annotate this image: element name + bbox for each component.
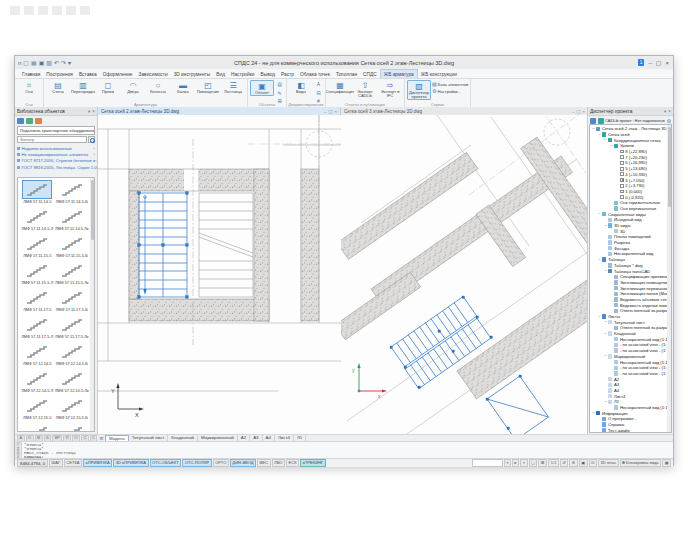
close-button[interactable]: × [665,60,669,66]
library-filter-icon[interactable] [26,118,33,124]
viewport-tab-left[interactable]: Сетка осей 2 этаж-Лестницы 3D.dwg – ▢ × [98,107,341,115]
export-cadlib-button[interactable]: ⇧ Экспорт CADLib [353,80,377,98]
library-item[interactable]: ЛМФ 57.11.15-5-Лк [55,261,90,288]
ribbon-tab[interactable]: Топоплан [333,70,360,78]
status-toggle[interactable]: оПРИВЯЗКА [83,459,112,467]
tree-checkbox[interactable] [620,184,624,188]
library-link[interactable]: ГОСТ 8717-2016, Ступени бетонные и ж/б › [15,158,97,164]
ribbon-tab[interactable]: СПДС [360,70,380,78]
library-item[interactable]: ЛМФ 57.12.15-5 [20,396,55,423]
ribbon-tab[interactable]: Растр [278,70,297,78]
save-icon[interactable]: ▣ [39,60,45,66]
doc-tool-icon[interactable]: ⊟ [314,90,323,98]
library-settings-icon[interactable] [35,118,42,124]
vp-close-icon[interactable]: × [334,109,337,114]
tree-checkbox[interactable] [620,190,624,194]
status-toggle[interactable]: оТРЕКИНГ [300,459,326,467]
tree-checkbox[interactable] [620,150,624,154]
vp-minimize-icon[interactable]: – [572,109,574,114]
object-button[interactable]: ▣ Объект [250,80,274,96]
ribbon-tab[interactable]: Оформление [100,70,136,78]
ribbon-tab[interactable]: 3D инструменты [171,70,214,78]
door-button[interactable]: ◠ Дверь [121,80,145,94]
export-ifc-button[interactable]: ⇨ Экспорт в IFC [378,80,402,98]
tree-checkbox[interactable] [620,155,624,159]
project-manager-button[interactable]: ▧ Диспетчер проекта [407,80,431,100]
status-chip[interactable]: ↺ [560,459,568,467]
ribbon-tab[interactable]: Вставка [76,70,100,78]
library-item[interactable]: ЛМФ 57.12.14-5-Б [55,342,90,369]
status-chip[interactable]: ▦ [662,459,671,467]
partition-button[interactable]: ▥ Перегородка [71,80,95,94]
plan-drawing-left[interactable]: Y X [98,115,341,434]
search-input[interactable] [17,136,87,143]
pin-icon[interactable]: ▾ [664,109,666,114]
library-link[interactable]: ГОСТ 9818-2015, Лестницы. Серия 1.050.9 … [15,164,97,170]
ribbon-tab[interactable]: Главная [19,70,43,78]
panel-close-icon[interactable]: × [92,109,95,114]
library-item[interactable]: ЛМФ 57.11.14-5-Б [55,180,90,207]
status-chip[interactable]: ⊡ [589,459,597,467]
element-base-button[interactable]: ▨ База элементов [432,81,468,87]
status-toggle[interactable]: ЛВО [272,459,285,467]
tree-checkbox[interactable] [620,178,624,182]
status-toggle[interactable]: ВЕС [257,459,270,467]
ribbon-tab[interactable]: ЖБ конструкции [418,70,460,78]
library-item[interactable]: ЛМФ 57.11.15-5-Л [20,261,55,288]
cadlib-icon[interactable] [598,118,604,124]
gear-icon[interactable]: ⚙ [667,118,671,124]
status-chip[interactable]: Блокировка вида [620,459,662,467]
qat-menu-icon[interactable]: ▾ [68,60,71,66]
app-logo-icon[interactable]: n [18,60,21,66]
library-item[interactable]: ЛМФ 57.11.14-5-Лк [55,207,90,234]
stairs-button[interactable]: ☰ Лестница [221,80,245,94]
ribbon-tab[interactable]: Вид [213,70,228,78]
object-tool-icon[interactable]: ▤ [275,81,284,89]
status-toggle[interactable]: ЕСК [286,459,299,467]
object-tool-icon[interactable]: ✎ [275,90,284,98]
viewport-right[interactable]: x y [341,115,589,434]
undo-icon[interactable]: ↶ [54,60,59,66]
library-item[interactable]: ЛМФ 57.12.15-5-Лк [55,423,90,432]
ribbon-tab[interactable]: Построения [43,70,76,78]
library-item[interactable]: ЛМФ 57.11.15-5 [20,234,55,261]
opening-button[interactable]: ◻ Проем [96,80,120,94]
status-chip[interactable]: 3D план [598,459,619,467]
library-item[interactable]: ЛМФ 57.11.17-5 [20,288,55,315]
library-views-icon[interactable] [17,118,24,124]
status-toggle[interactable]: ОРТО [213,459,229,467]
library-item[interactable]: ЛМФ 57.11.14-5 [20,180,55,207]
tree-scrollbar[interactable] [667,125,671,432]
beam-button[interactable]: ▬ Балка [171,80,195,94]
room-button[interactable]: ◰ Помещение [196,80,220,94]
status-chip[interactable]: 1:1 [548,459,559,467]
views-button[interactable]: ◧ Виды [289,80,313,94]
library-item[interactable]: ЛМФ 57.11.17-5-Лк [55,315,90,342]
status-chip[interactable]: ⊕ [569,459,577,467]
ribbon-tab[interactable]: Настройки [228,70,258,78]
library-item[interactable]: ЛМФ 57.12.14-5 [20,342,55,369]
tree-checkbox[interactable] [620,195,624,199]
library-scrollbar[interactable] [90,178,94,431]
ribbon-tab[interactable]: Облака точек [297,70,333,78]
wall-button[interactable]: ▤ Стена [46,80,70,94]
search-icon[interactable] [88,136,95,143]
status-chip[interactable]: ▣ [579,459,588,467]
ribbon-tab[interactable]: ЖБ арматура [380,69,418,78]
status-chip[interactable]: ▸ [512,459,519,467]
open-file-icon[interactable]: ▤ [31,60,37,66]
specification-button[interactable]: ▦ Спецификация [328,80,352,94]
project-icon[interactable] [590,118,596,124]
minimize-button[interactable]: – [648,60,651,66]
vp-maximize-icon[interactable]: ▢ [576,109,580,114]
doc-tool-icon[interactable]: A [314,81,323,89]
column-button[interactable]: ○ Колонна [146,80,170,94]
print-icon[interactable]: ▥ [46,60,52,66]
status-chip[interactable]: ☰ [538,459,547,467]
vp-maximize-icon[interactable]: ▢ [328,109,332,114]
command-history[interactable]: *Отмена**Отмена*MBCS_STACK - Лестница Ко… [22,442,673,458]
viewport-left[interactable]: Y X [98,115,341,434]
status-toggle[interactable]: ДИН-ВВОД [230,459,256,467]
library-item[interactable]: ЛМФ 57.12.14-5-Л [20,369,55,396]
tree-checkbox[interactable] [620,167,624,171]
